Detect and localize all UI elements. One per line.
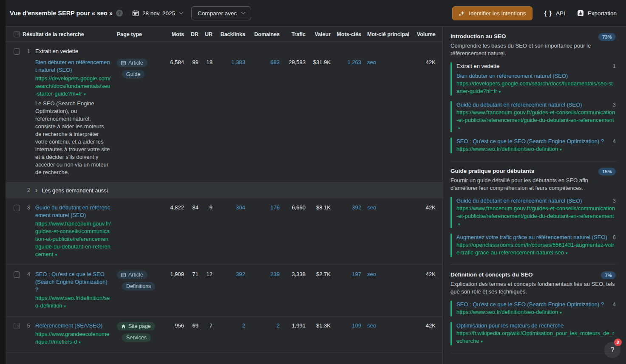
result-position: 3 bbox=[20, 204, 30, 212]
result-url-link[interactable]: https://developers.google.com/search/doc… bbox=[456, 80, 613, 94]
result-title-link[interactable]: Guide du débutant en référencement natur… bbox=[456, 197, 609, 205]
url-dropdown-caret-icon[interactable]: ▾ bbox=[79, 340, 81, 344]
column-header[interactable]: Mots-clés bbox=[331, 31, 361, 37]
cell-main-keyword[interactable]: seo bbox=[361, 59, 412, 66]
result-position: 4 bbox=[613, 138, 616, 145]
select-all-checkbox[interactable] bbox=[14, 31, 20, 37]
cell-main-keyword[interactable]: seo bbox=[361, 322, 412, 330]
cell-domaines[interactable]: 239 bbox=[245, 271, 280, 278]
result-title-link[interactable]: Bien débuter en référencement naturel (S… bbox=[456, 72, 616, 80]
date-picker[interactable]: 28 nov. 2025 bbox=[132, 10, 183, 17]
result-title-link[interactable]: Optimisation pour les moteurs de recherc… bbox=[456, 322, 612, 330]
compare-button[interactable]: Comparer avec bbox=[191, 6, 251, 20]
column-header[interactable]: DR bbox=[184, 31, 198, 37]
sidebar-result-item: Guide du débutant en référencement natur… bbox=[450, 197, 616, 228]
result-title-link[interactable]: Guide du débutant en référencement natur… bbox=[456, 101, 609, 109]
row-checkbox[interactable] bbox=[14, 205, 20, 211]
result-position: 3 bbox=[613, 197, 616, 205]
cell-domaines[interactable]: 683 bbox=[245, 59, 280, 66]
sidebar-result-item: Extrait en vedette1Bien débuter en référ… bbox=[450, 62, 616, 96]
result-position: 5 bbox=[20, 322, 30, 330]
column-header-result[interactable]: Résultat de la recherche bbox=[20, 31, 111, 37]
cell-backlinks[interactable]: 1,383 bbox=[212, 59, 245, 66]
page-type-badge: Article bbox=[117, 59, 147, 67]
cell-domaines[interactable]: 176 bbox=[245, 204, 280, 212]
result-url-link[interactable]: https://www.seo.fr/definition/seo-defini… bbox=[456, 309, 558, 315]
cell-main-keyword[interactable]: seo bbox=[361, 204, 412, 212]
result-url-link[interactable]: https://www.francenum.gouv.fr/guides-et-… bbox=[456, 109, 615, 123]
result-description: Le SEO (Search Engine Optimization), ou … bbox=[35, 100, 111, 176]
result-url-link[interactable]: https://openclassrooms.com/fr/courses/55… bbox=[456, 242, 614, 256]
page-type-cell: ArticleGuide bbox=[117, 59, 158, 82]
result-url-link[interactable]: https://developers.google.com/search/doc… bbox=[35, 75, 110, 97]
api-button[interactable]: { } API bbox=[544, 10, 565, 17]
column-header-volume[interactable]: Volume bbox=[412, 31, 442, 37]
column-header[interactable]: Mots bbox=[158, 31, 184, 37]
cell-backlinks[interactable]: 2 bbox=[212, 322, 245, 330]
column-header[interactable]: Valeur bbox=[306, 31, 331, 37]
result-title-link[interactable]: SEO : Qu'est ce que le SEO (Search Engin… bbox=[456, 301, 609, 308]
url-dropdown-caret-icon[interactable]: ▾ bbox=[560, 147, 562, 152]
cell-mots_cles[interactable]: 197 bbox=[331, 271, 361, 278]
title-help-icon[interactable]: ? bbox=[116, 10, 123, 17]
result-title-link[interactable]: Augmentez votre trafic grâce au référenc… bbox=[456, 234, 609, 241]
column-header[interactable]: Domaines bbox=[245, 31, 280, 37]
result-title-link[interactable]: Guide du débutant en référencement natur… bbox=[35, 204, 111, 219]
column-header-main-keyword[interactable]: Mot-clé principal bbox=[361, 31, 412, 37]
cell-ur: 9 bbox=[198, 204, 212, 212]
intent-percent-badge: 15% bbox=[598, 168, 616, 175]
cell-domaines[interactable]: 2 bbox=[245, 322, 280, 330]
result-url-link[interactable]: https://fr.wikipedia.org/wiki/Optimisati… bbox=[456, 330, 614, 344]
result-title-link[interactable]: SEO : Qu'est ce que le SEO (Search Engin… bbox=[35, 271, 111, 293]
result-url-link[interactable]: https://www.francenum.gouv.fr/guides-et-… bbox=[35, 220, 111, 257]
result-cell: Guide du débutant en référencement natur… bbox=[35, 204, 111, 259]
result-title-link[interactable]: Référencement (SEA/SEO) bbox=[35, 322, 111, 330]
result-title-link[interactable]: Bien débuter en référencement naturel (S… bbox=[35, 59, 111, 74]
table-header-row: Résultat de la recherchePage typeMotsDRU… bbox=[6, 27, 442, 42]
cell-backlinks[interactable]: 392 bbox=[212, 271, 245, 278]
result-url-link[interactable]: https://www.francenum.gouv.fr/guides-et-… bbox=[456, 205, 615, 219]
result-title-link[interactable]: SEO : Qu'est ce que le SEO (Search Engin… bbox=[456, 138, 609, 145]
expand-chevron-icon[interactable]: › bbox=[35, 187, 37, 194]
url-dropdown-caret-icon[interactable]: ▾ bbox=[481, 339, 483, 344]
sidebar-result-item: SEO : Qu'est ce que le SEO (Search Engin… bbox=[450, 301, 616, 316]
toolbar-actions: Identifier les intentions { } API Export… bbox=[452, 6, 617, 20]
page-type-badge: Site page bbox=[117, 322, 155, 330]
column-header[interactable]: UR bbox=[198, 31, 212, 37]
url-dropdown-caret-icon[interactable]: ▾ bbox=[560, 310, 562, 315]
identify-intents-button[interactable]: Identifier les intentions bbox=[452, 6, 532, 20]
url-dropdown-caret-icon[interactable]: ▾ bbox=[64, 304, 66, 308]
cell-main-keyword[interactable]: seo bbox=[361, 271, 412, 278]
cell-mots: 956 bbox=[158, 322, 184, 330]
url-dropdown-caret-icon[interactable]: ▾ bbox=[458, 222, 460, 226]
paa-row[interactable]: 2›Les gens demandent aussi bbox=[6, 183, 442, 198]
row-checkbox[interactable] bbox=[14, 323, 20, 329]
column-header-page-type[interactable]: Page type bbox=[117, 31, 158, 37]
sidebar-result-item: Guide du débutant en référencement natur… bbox=[450, 101, 616, 132]
row-checkbox[interactable] bbox=[14, 48, 20, 55]
cell-mots_cles[interactable]: 109 bbox=[331, 322, 361, 330]
url-dropdown-caret-icon[interactable]: ▾ bbox=[84, 92, 86, 96]
url-dropdown-caret-icon[interactable]: ▾ bbox=[499, 90, 501, 94]
cell-mots: 1,909 bbox=[158, 271, 184, 278]
url-dropdown-caret-icon[interactable]: ▾ bbox=[458, 126, 460, 130]
cell-valeur: $31.9K bbox=[306, 59, 331, 66]
export-button-label: Exportation bbox=[588, 10, 617, 17]
export-button[interactable]: Exportation bbox=[577, 10, 617, 17]
url-dropdown-caret-icon[interactable]: ▾ bbox=[566, 251, 568, 255]
result-url-link[interactable]: https://www.seo.fr/definition/seo-defini… bbox=[456, 146, 558, 152]
column-header[interactable]: Backlinks bbox=[212, 31, 245, 37]
cell-mots_cles[interactable]: 1,263 bbox=[331, 59, 361, 66]
cell-backlinks[interactable]: 304 bbox=[212, 204, 245, 212]
page-type-badge-label: Definitions bbox=[126, 283, 151, 289]
page-type-badge-label: Site page bbox=[128, 323, 151, 329]
help-fab-button[interactable]: ? 2 bbox=[604, 342, 620, 358]
result-url-link[interactable]: https://www.grandeecolenumerique.fr/meti… bbox=[35, 331, 109, 345]
result-url-link[interactable]: https://www.seo.fr/definition/seo-defini… bbox=[35, 295, 110, 309]
cell-ur: 7 bbox=[198, 322, 212, 330]
cell-mots_cles[interactable]: 392 bbox=[331, 204, 361, 212]
row-checkbox[interactable] bbox=[14, 271, 20, 278]
cell-dr: 99 bbox=[184, 59, 198, 66]
column-header[interactable]: Trafic bbox=[280, 31, 306, 37]
url-dropdown-caret-icon[interactable]: ▾ bbox=[55, 253, 57, 257]
